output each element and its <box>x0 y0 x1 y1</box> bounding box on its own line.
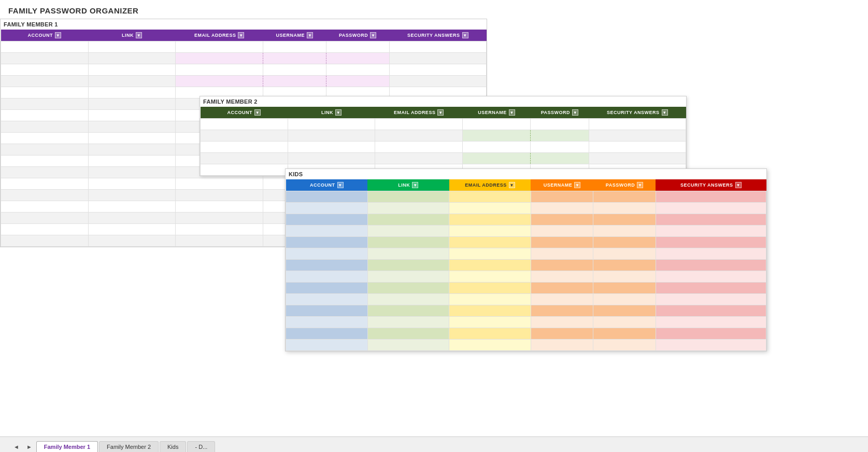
fm2-username-filter[interactable]: ▼ <box>509 109 515 116</box>
fm1-col-username: USERNAME ▼ <box>263 30 326 41</box>
kids-row-2 <box>286 203 766 214</box>
fm2-table: ACCOUNT ▼ LINK ▼ EMAIL ADDRESS ▼ <box>200 107 686 176</box>
fm2-row-1 <box>201 119 686 130</box>
fm1-row-2 <box>1 53 487 64</box>
fm1-col-security: SECURITY ANSWERS ▼ <box>389 30 486 41</box>
kids-row-14 <box>286 340 766 351</box>
kids-password-filter[interactable]: ▼ <box>637 182 643 188</box>
kids-row-5 <box>286 237 766 248</box>
kids-col-security: SECURITY ANSWERS ▼ <box>656 179 766 191</box>
tab-family-member-2[interactable]: Family Member 2 <box>99 441 159 452</box>
kids-username-filter[interactable]: ▼ <box>574 182 580 188</box>
fm2-account-filter[interactable]: ▼ <box>254 109 261 116</box>
tabs-bar: ◄ ► Family Member 1 Family Member 2 Kids… <box>0 436 868 452</box>
kids-col-username: USERNAME ▼ <box>531 179 593 191</box>
fm2-security-filter[interactable]: ▼ <box>662 109 668 116</box>
kids-row-9 <box>286 282 766 294</box>
fm2-col-account: ACCOUNT ▼ <box>201 107 288 119</box>
kids-email-filter[interactable]: ▼ <box>509 182 515 188</box>
kids-row-1 <box>286 191 766 203</box>
scroll-right-btn[interactable]: ► <box>23 442 35 452</box>
kids-row-11 <box>286 305 766 317</box>
fm1-row-4 <box>1 76 487 87</box>
scroll-left-btn[interactable]: ◄ <box>10 442 22 452</box>
kids-col-account: ACCOUNT ▼ <box>286 179 368 191</box>
fm1-username-filter[interactable]: ▼ <box>307 32 313 38</box>
tab-kids[interactable]: Kids <box>160 441 186 452</box>
kids-table: ACCOUNT ▼ LINK ▼ EMAIL ADDRESS ▼ <box>286 179 766 351</box>
fm1-password-filter[interactable]: ▼ <box>370 32 376 38</box>
fm2-col-password: PASSWORD ▼ <box>531 107 589 119</box>
kids-row-13 <box>286 328 766 340</box>
fm1-row-1 <box>1 41 487 53</box>
kids-row-7 <box>286 260 766 271</box>
fm2-row-4 <box>201 153 686 164</box>
kids-security-filter[interactable]: ▼ <box>735 182 742 188</box>
main-container: FAMILY PASSWORD ORGANIZER FAMILY MEMBER … <box>0 0 868 452</box>
kids-section-title: KIDS <box>286 169 766 179</box>
sheet-kids: KIDS ACCOUNT ▼ LINK ▼ <box>285 168 767 351</box>
fm2-row-2 <box>201 130 686 142</box>
fm2-col-link: LINK ▼ <box>288 107 375 119</box>
tab-family-member-1[interactable]: Family Member 1 <box>36 441 98 452</box>
fm1-security-filter[interactable]: ▼ <box>462 32 468 38</box>
fm1-section-title: FAMILY MEMBER 1 <box>1 19 487 30</box>
sheet-family-member-2: FAMILY MEMBER 2 ACCOUNT ▼ LINK ▼ <box>200 96 687 176</box>
fm1-email-filter[interactable]: ▼ <box>238 32 244 38</box>
fm1-account-filter[interactable]: ▼ <box>55 32 61 38</box>
kids-link-filter[interactable]: ▼ <box>412 182 418 188</box>
kids-row-12 <box>286 317 766 328</box>
fm1-col-account: ACCOUNT ▼ <box>1 30 89 41</box>
fm2-section-title: FAMILY MEMBER 2 <box>200 96 686 107</box>
kids-row-4 <box>286 225 766 237</box>
kids-col-email: EMAIL ADDRESS ▼ <box>449 179 531 191</box>
fm2-col-username: USERNAME ▼ <box>462 107 530 119</box>
kids-col-link: LINK ▼ <box>367 179 449 191</box>
app-title: FAMILY PASSWORD ORGANIZER <box>8 6 860 15</box>
kids-col-password: PASSWORD ▼ <box>593 179 656 191</box>
kids-row-10 <box>286 294 766 305</box>
fm1-col-email: EMAIL ADDRESS ▼ <box>176 30 263 41</box>
kids-row-3 <box>286 214 766 225</box>
fm2-email-filter[interactable]: ▼ <box>437 109 444 116</box>
fm2-col-email: EMAIL ADDRESS ▼ <box>375 107 463 119</box>
kids-account-filter[interactable]: ▼ <box>337 182 344 188</box>
fm1-link-filter[interactable]: ▼ <box>136 32 142 38</box>
fm2-row-3 <box>201 142 686 153</box>
fm2-password-filter[interactable]: ▼ <box>572 109 578 116</box>
tab-d[interactable]: - D... <box>187 441 215 452</box>
fm2-col-security: SECURITY ANSWERS ▼ <box>589 107 686 119</box>
kids-row-8 <box>286 271 766 282</box>
kids-row-6 <box>286 248 766 260</box>
fm1-row-3 <box>1 64 487 76</box>
fm1-col-link: LINK ▼ <box>88 30 176 41</box>
fm2-link-filter[interactable]: ▼ <box>335 109 341 116</box>
fm1-col-password: PASSWORD ▼ <box>326 30 389 41</box>
